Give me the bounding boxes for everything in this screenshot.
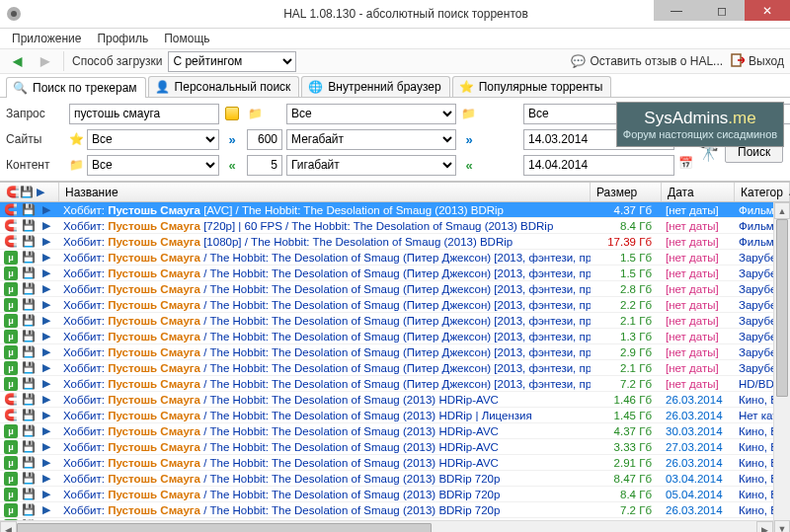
utorrent-icon[interactable]: μ [4, 345, 18, 359]
play-icon[interactable]: ▶ [40, 330, 53, 343]
table-row[interactable]: 🧲💾▶Хоббит: Пустошь Смауга [720p] | 60 FP… [0, 218, 790, 234]
feedback-link[interactable]: 💬 Оставить отзыв о HAL... [571, 54, 723, 68]
nav-forward-button[interactable]: ▶ [34, 50, 55, 72]
utorrent-icon[interactable]: μ [4, 298, 18, 312]
utorrent-icon[interactable]: μ [4, 456, 18, 470]
disk-icon[interactable]: 💾 [22, 488, 36, 501]
disk-icon[interactable]: 💾 [22, 314, 36, 328]
disk-icon[interactable]: 💾 [22, 503, 36, 517]
play-icon[interactable]: ▶ [40, 440, 53, 454]
utorrent-icon[interactable]: μ [4, 330, 18, 343]
magnet-icon[interactable]: 🧲 [4, 409, 18, 422]
play-icon[interactable]: ▶ [40, 345, 53, 359]
magnet-icon[interactable]: 🧲 [4, 393, 18, 407]
table-row[interactable]: μ💾▶Хоббит: Пустошь Смауга / The Hobbit: … [0, 266, 790, 281]
table-row[interactable]: μ💾▶Хоббит: Пустошь Смауга / The Hobbit: … [0, 423, 790, 439]
magnet-icon[interactable]: 🧲 [4, 219, 18, 233]
play-icon[interactable]: ▶ [40, 409, 53, 422]
play-icon[interactable]: ▶ [40, 377, 53, 391]
utorrent-icon[interactable]: μ [4, 282, 18, 296]
disk-icon[interactable]: 💾 [22, 219, 36, 233]
play-icon[interactable]: ▶ [40, 361, 53, 375]
menu-profile[interactable]: Профиль [91, 30, 154, 47]
disk-icon[interactable]: 💾 [22, 251, 36, 265]
sites-select[interactable]: Все [87, 129, 219, 150]
play-icon[interactable]: ▶ [40, 266, 53, 280]
disk-icon[interactable]: 💾 [22, 409, 36, 422]
ad-banner[interactable]: SysAdmins.me Форум настоящих сисадминов [616, 102, 784, 147]
size-min-arrow-icon[interactable]: » [223, 130, 241, 148]
category-select-1[interactable]: Все [286, 104, 456, 124]
col-date[interactable]: Дата [662, 183, 735, 201]
scroll-right-button[interactable]: ▶ [756, 521, 773, 532]
date-from-arrow-icon[interactable]: » [460, 130, 478, 148]
table-row[interactable]: μ💾▶Хоббит: Пустошь Смауга / The Hobbit: … [0, 439, 790, 455]
table-row[interactable]: μ💾▶Хоббит: Пустошь Смауга / The Hobbit: … [0, 329, 790, 344]
size-max-unit-select[interactable]: Гигабайт [286, 155, 456, 176]
size-min-input[interactable] [247, 129, 282, 150]
table-row[interactable]: 🧲💾▶Хоббит: Пустошь Смауга [1080p] / The … [0, 234, 790, 250]
play-icon[interactable]: ▶ [40, 424, 53, 438]
play-icon[interactable]: ▶ [40, 298, 53, 312]
disk-icon[interactable]: 💾 [22, 203, 36, 217]
table-row[interactable]: μ💾▶Хоббит: Пустошь Смауга / The Hobbit: … [0, 281, 790, 297]
disk-icon[interactable]: 💾 [22, 298, 36, 312]
play-icon[interactable]: ▶ [40, 251, 53, 265]
close-button[interactable]: ✕ [745, 0, 790, 21]
scroll-up-button[interactable]: ▲ [774, 202, 790, 219]
maximize-button[interactable]: ◻ [699, 0, 745, 21]
utorrent-icon[interactable]: μ [4, 440, 18, 454]
nav-back-button[interactable]: ◀ [6, 50, 28, 72]
col-size[interactable]: Размер [591, 183, 662, 201]
disk-icon[interactable]: 💾 [22, 377, 36, 391]
play-icon[interactable]: ▶ [40, 456, 53, 470]
disk-icon[interactable]: 💾 [22, 282, 36, 296]
table-row[interactable]: μ💾▶Хоббит: Пустошь Смауга / The Hobbit: … [0, 376, 790, 392]
clear-query-button[interactable] [223, 105, 241, 122]
table-row[interactable]: μ💾▶Хоббит: Пустошь Смауга / The Hobbit: … [0, 455, 790, 471]
calendar-icon[interactable]: 📅 [677, 155, 693, 171]
tab-popular[interactable]: ⭐ Популярные торренты [452, 76, 612, 97]
scroll-left-button[interactable]: ◀ [0, 521, 17, 532]
play-icon[interactable]: ▶ [40, 235, 53, 249]
table-row[interactable]: μ💾▶Хоббит: Пустошь Смауга / The Hobbit: … [0, 471, 790, 487]
tab-browser[interactable]: 🌐 Внутренний браузер [301, 76, 449, 97]
table-row[interactable]: 🧲💾▶Хоббит: Пустошь Смауга [AVC] / The Ho… [0, 202, 790, 218]
menu-help[interactable]: Помощь [158, 30, 215, 47]
play-icon[interactable]: ▶ [40, 488, 53, 501]
play-icon[interactable]: ▶ [40, 472, 53, 486]
disk-icon[interactable]: 💾 [22, 472, 36, 486]
date-to-arrow-icon[interactable]: « [460, 156, 478, 174]
disk-icon[interactable]: 💾 [22, 330, 36, 343]
magnet-icon[interactable]: 🧲 [4, 235, 18, 249]
col-icons[interactable]: 🧲 💾 ▶ [0, 183, 59, 201]
scroll-thumb[interactable] [776, 219, 788, 397]
utorrent-icon[interactable]: μ [4, 314, 18, 328]
table-row[interactable]: 🧲💾▶Хоббит: Пустошь Смауга / The Hobbit: … [0, 392, 790, 408]
menu-app[interactable]: Приложение [6, 30, 87, 47]
table-row[interactable]: μ💾▶Хоббит: Пустошь Смауга / The Hobbit: … [0, 313, 790, 329]
utorrent-icon[interactable]: μ [4, 251, 18, 265]
table-row[interactable]: μ💾▶Хоббит: Пустошь Смауга / The Hobbit: … [0, 297, 790, 313]
play-icon[interactable]: ▶ [40, 393, 53, 407]
play-icon[interactable]: ▶ [40, 314, 53, 328]
play-icon[interactable]: ▶ [40, 282, 53, 296]
minimize-button[interactable]: — [654, 0, 699, 21]
size-max-arrow-icon[interactable]: « [223, 156, 241, 174]
tab-trackers[interactable]: 🔍 Поиск по трекерам [6, 77, 146, 98]
scroll-down-button[interactable]: ▼ [774, 520, 790, 532]
table-row[interactable]: μ💾▶Хоббит: Пустошь Смауга / The Hobbit: … [0, 360, 790, 376]
disk-icon[interactable]: 💾 [22, 440, 36, 454]
magnet-icon[interactable]: 🧲 [4, 203, 18, 217]
disk-icon[interactable]: 💾 [22, 424, 36, 438]
utorrent-icon[interactable]: μ [4, 266, 18, 280]
disk-icon[interactable]: 💾 [22, 345, 36, 359]
table-row[interactable]: 🧲💾▶Хоббит: Пустошь Смауга / The Hobbit: … [0, 408, 790, 423]
utorrent-icon[interactable]: μ [4, 472, 18, 486]
table-row[interactable]: μ💾▶Хоббит: Пустошь Смауга / The Hobbit: … [0, 250, 790, 266]
query-input[interactable] [69, 104, 219, 124]
play-icon[interactable]: ▶ [40, 219, 53, 233]
disk-icon[interactable]: 💾 [22, 235, 36, 249]
utorrent-icon[interactable]: μ [4, 361, 18, 375]
disk-icon[interactable]: 💾 [22, 361, 36, 375]
